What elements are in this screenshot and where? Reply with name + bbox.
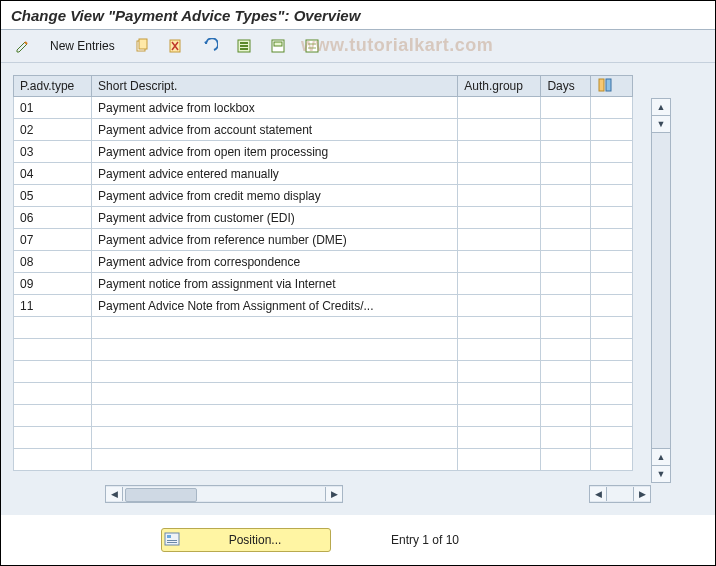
table-row-empty[interactable] (13, 339, 633, 361)
table-row[interactable]: 08Payment advice from correspondence (13, 251, 633, 273)
cell-type[interactable]: 11 (13, 295, 92, 317)
cell-desc[interactable]: Payment advice from account statement (92, 119, 458, 141)
cell-auth[interactable] (458, 119, 541, 141)
scroll-left-button[interactable]: ◀ (106, 487, 123, 501)
cell-type[interactable] (13, 427, 92, 449)
vertical-scrollbar[interactable]: ▲ ▼ ▲ ▼ (651, 98, 671, 483)
cell-desc[interactable] (92, 427, 458, 449)
toggle-view-button[interactable] (7, 34, 39, 58)
scroll-left-aux-button[interactable]: ◀ (590, 487, 607, 501)
cell-type[interactable]: 05 (13, 185, 92, 207)
cell-auth[interactable] (458, 361, 541, 383)
new-entries-button[interactable]: New Entries (41, 34, 124, 58)
cell-auth[interactable] (458, 427, 541, 449)
table-row-empty[interactable] (13, 317, 633, 339)
cell-days[interactable] (541, 405, 591, 427)
undo-button[interactable] (194, 34, 226, 58)
position-button[interactable]: Position... (161, 528, 331, 552)
cell-desc[interactable] (92, 361, 458, 383)
cell-auth[interactable] (458, 185, 541, 207)
cell-days[interactable] (541, 449, 591, 471)
cell-type[interactable] (13, 405, 92, 427)
cell-days[interactable] (541, 383, 591, 405)
cell-auth[interactable] (458, 295, 541, 317)
cell-desc[interactable]: Payment notice from assignment via Inter… (92, 273, 458, 295)
column-header-type[interactable]: P.adv.type (13, 75, 92, 97)
scroll-down-step-button[interactable]: ▼ (652, 116, 670, 133)
column-header-auth[interactable]: Auth.group (458, 75, 541, 97)
table-row[interactable]: 01Payment advice from lockbox (13, 97, 633, 119)
cell-desc[interactable]: Payment advice entered manually (92, 163, 458, 185)
cell-type[interactable]: 01 (13, 97, 92, 119)
cell-type[interactable]: 07 (13, 229, 92, 251)
cell-auth[interactable] (458, 229, 541, 251)
table-row[interactable]: 02Payment advice from account statement (13, 119, 633, 141)
cell-days[interactable] (541, 185, 591, 207)
cell-desc[interactable]: Payment advice from reference number (DM… (92, 229, 458, 251)
cell-desc[interactable] (92, 317, 458, 339)
cell-auth[interactable] (458, 449, 541, 471)
delete-button[interactable] (160, 34, 192, 58)
table-row[interactable]: 09Payment notice from assignment via Int… (13, 273, 633, 295)
scroll-thumb-aux[interactable] (607, 487, 633, 501)
cell-days[interactable] (541, 339, 591, 361)
cell-auth[interactable] (458, 383, 541, 405)
table-row-empty[interactable] (13, 449, 633, 471)
column-header-days[interactable]: Days (541, 75, 591, 97)
column-header-desc[interactable]: Short Descript. (92, 75, 458, 97)
select-block-button[interactable] (262, 34, 294, 58)
cell-type[interactable] (13, 383, 92, 405)
horizontal-scrollbar-left[interactable]: ◀ ▶ (105, 485, 343, 503)
table-row[interactable]: 11Payment Advice Note from Assignment of… (13, 295, 633, 317)
cell-type[interactable] (13, 317, 92, 339)
cell-type[interactable]: 02 (13, 119, 92, 141)
cell-days[interactable] (541, 317, 591, 339)
cell-days[interactable] (541, 97, 591, 119)
cell-desc[interactable]: Payment advice from correspondence (92, 251, 458, 273)
cell-auth[interactable] (458, 317, 541, 339)
cell-auth[interactable] (458, 97, 541, 119)
cell-desc[interactable]: Payment advice from credit memo display (92, 185, 458, 207)
scroll-track[interactable] (652, 133, 670, 448)
table-row-empty[interactable] (13, 405, 633, 427)
cell-days[interactable] (541, 163, 591, 185)
table-row-empty[interactable] (13, 361, 633, 383)
cell-auth[interactable] (458, 251, 541, 273)
table-row[interactable]: 03Payment advice from open item processi… (13, 141, 633, 163)
select-all-button[interactable] (228, 34, 260, 58)
cell-days[interactable] (541, 229, 591, 251)
table-row[interactable]: 07Payment advice from reference number (… (13, 229, 633, 251)
cell-desc[interactable]: Payment advice from customer (EDI) (92, 207, 458, 229)
scroll-right-button[interactable]: ▶ (325, 487, 342, 501)
scroll-thumb[interactable] (123, 487, 325, 501)
cell-days[interactable] (541, 141, 591, 163)
table-row-empty[interactable] (13, 427, 633, 449)
column-config-button[interactable] (591, 75, 633, 97)
copy-button[interactable] (126, 34, 158, 58)
cell-type[interactable]: 08 (13, 251, 92, 273)
cell-desc[interactable]: Payment advice from lockbox (92, 97, 458, 119)
cell-auth[interactable] (458, 207, 541, 229)
scroll-right-aux-button[interactable]: ▶ (633, 487, 650, 501)
cell-auth[interactable] (458, 141, 541, 163)
deselect-all-button[interactable] (296, 34, 328, 58)
cell-auth[interactable] (458, 339, 541, 361)
cell-desc[interactable]: Payment Advice Note from Assignment of C… (92, 295, 458, 317)
cell-type[interactable] (13, 449, 92, 471)
cell-desc[interactable] (92, 405, 458, 427)
cell-type[interactable]: 06 (13, 207, 92, 229)
cell-desc[interactable]: Payment advice from open item processing (92, 141, 458, 163)
table-row[interactable]: 04Payment advice entered manually (13, 163, 633, 185)
cell-desc[interactable] (92, 339, 458, 361)
cell-type[interactable]: 09 (13, 273, 92, 295)
cell-days[interactable] (541, 251, 591, 273)
table-row[interactable]: 06Payment advice from customer (EDI) (13, 207, 633, 229)
cell-auth[interactable] (458, 273, 541, 295)
cell-days[interactable] (541, 427, 591, 449)
cell-desc[interactable] (92, 449, 458, 471)
cell-days[interactable] (541, 119, 591, 141)
cell-days[interactable] (541, 361, 591, 383)
horizontal-scrollbar-right[interactable]: ◀ ▶ (589, 485, 651, 503)
cell-days[interactable] (541, 273, 591, 295)
cell-days[interactable] (541, 295, 591, 317)
